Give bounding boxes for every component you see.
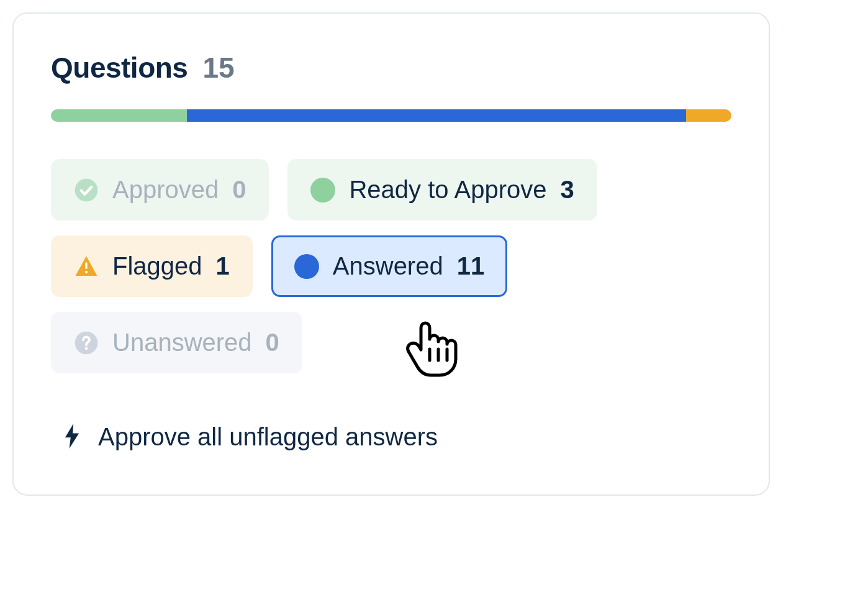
chip-flagged[interactable]: Flagged 1 bbox=[51, 235, 253, 297]
chip-label: Answered bbox=[333, 252, 443, 280]
progress-bar bbox=[51, 109, 731, 122]
bolt-icon bbox=[63, 424, 81, 451]
approve-all-action[interactable]: Approve all unflagged answers bbox=[51, 423, 731, 451]
chip-label: Approved bbox=[112, 176, 219, 204]
chip-unanswered[interactable]: Unanswered 0 bbox=[51, 312, 302, 373]
panel-header: Questions 15 bbox=[51, 51, 731, 84]
status-chips: Approved 0 Ready to Approve 3 Flagged 1 bbox=[51, 159, 731, 373]
chip-approved[interactable]: Approved 0 bbox=[51, 159, 269, 221]
svg-point-2 bbox=[85, 270, 88, 273]
questions-panel: Questions 15 Approved 0 Ready to Approve… bbox=[12, 12, 770, 496]
chip-count: 0 bbox=[266, 329, 279, 357]
chip-ready-to-approve[interactable]: Ready to Approve 3 bbox=[287, 159, 597, 221]
progress-segment-ready bbox=[51, 109, 187, 122]
panel-title: Questions bbox=[51, 51, 188, 84]
progress-segment-flagged bbox=[686, 109, 731, 122]
svg-rect-1 bbox=[85, 262, 87, 269]
chip-count: 1 bbox=[216, 252, 230, 280]
svg-point-0 bbox=[75, 178, 98, 201]
chip-answered[interactable]: Answered 11 bbox=[271, 235, 507, 297]
dot-icon bbox=[294, 254, 319, 279]
chip-count: 11 bbox=[457, 252, 485, 280]
chip-count: 0 bbox=[232, 176, 246, 204]
dot-icon bbox=[310, 178, 335, 203]
chip-label: Flagged bbox=[112, 252, 202, 280]
chip-label: Ready to Approve bbox=[349, 176, 546, 204]
chip-count: 3 bbox=[560, 176, 574, 204]
check-circle-icon bbox=[74, 178, 99, 203]
progress-segment-answered bbox=[187, 109, 685, 122]
warning-triangle-icon bbox=[74, 254, 99, 279]
action-label: Approve all unflagged answers bbox=[98, 423, 438, 451]
panel-total-count: 15 bbox=[202, 51, 234, 84]
svg-point-4 bbox=[85, 347, 88, 350]
question-circle-icon bbox=[74, 330, 99, 355]
chip-label: Unanswered bbox=[112, 329, 252, 357]
